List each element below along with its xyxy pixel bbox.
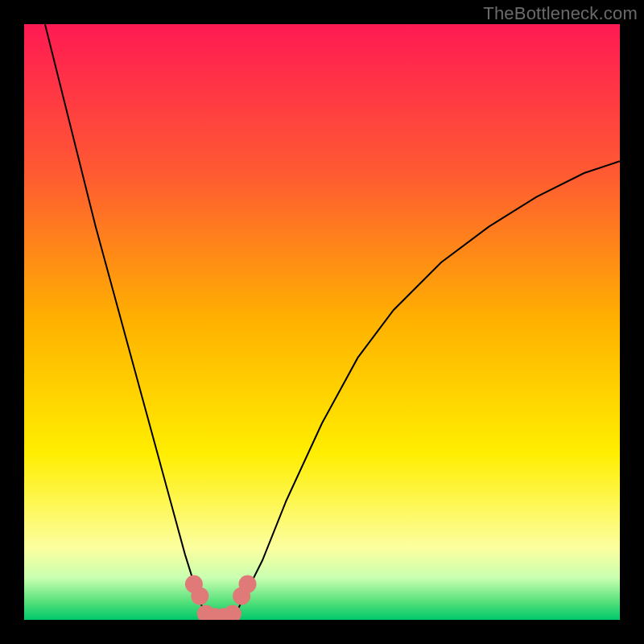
marker-dot [239,576,257,593]
gradient-background [24,24,620,620]
bottleneck-chart [24,24,620,620]
chart-frame [24,24,620,620]
watermark-text: TheBottleneck.com [483,3,638,24]
marker-dot [191,587,208,605]
